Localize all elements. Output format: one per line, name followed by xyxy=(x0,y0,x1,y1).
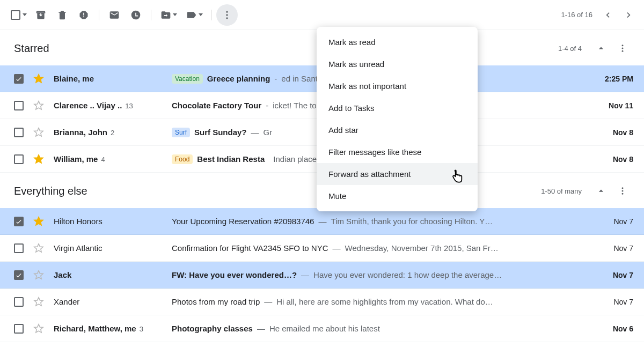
sender: Clarence .. Vijay ..13 xyxy=(54,101,172,110)
row-checkbox[interactable] xyxy=(14,297,24,307)
star-icon[interactable] xyxy=(33,323,44,334)
section-count: 1-4 of 4 xyxy=(558,45,582,53)
divider xyxy=(99,10,99,20)
row-checkbox[interactable] xyxy=(14,74,24,84)
subject-line: Confirmation for Flight VA2345 SFO to NY… xyxy=(172,243,590,253)
row-checkbox[interactable] xyxy=(14,243,24,253)
page-info: 1-16 of 16 xyxy=(561,11,592,19)
caret-down-icon xyxy=(173,13,177,16)
collapse-button[interactable] xyxy=(590,180,612,202)
svg-point-8 xyxy=(622,193,624,195)
svg-point-7 xyxy=(622,190,624,192)
date: Nov 7 xyxy=(590,244,633,253)
section-more-button[interactable] xyxy=(612,180,633,202)
divider xyxy=(211,10,212,20)
subject-line: Your Upcoming Reservation #20983746 — Ti… xyxy=(172,217,590,226)
sender: Brianna, John2 xyxy=(54,128,172,137)
mail-row[interactable]: Hilton Honors Your Upcoming Reservation … xyxy=(0,208,644,235)
menu-item[interactable]: Mute xyxy=(317,185,478,207)
menu-item[interactable]: Add to Tasks xyxy=(317,97,478,119)
sender: Virgin Atlantic xyxy=(54,243,172,253)
svg-point-3 xyxy=(622,45,624,46)
delete-button[interactable] xyxy=(52,4,73,26)
section-count: 1-50 of many xyxy=(541,187,582,195)
sender: Xander xyxy=(54,297,172,306)
star-icon[interactable] xyxy=(33,73,44,84)
menu-item[interactable]: Add star xyxy=(317,119,478,141)
star-icon[interactable] xyxy=(33,243,44,254)
snooze-button[interactable] xyxy=(125,4,147,26)
svg-point-1 xyxy=(226,14,228,16)
date: Nov 6 xyxy=(590,324,633,333)
svg-point-4 xyxy=(622,48,624,49)
labels-button[interactable] xyxy=(181,4,207,26)
star-icon[interactable] xyxy=(33,270,44,280)
star-icon[interactable] xyxy=(33,127,44,138)
mail-row[interactable]: Xander Photos from my road trip — Hi all… xyxy=(0,289,644,315)
svg-point-0 xyxy=(226,11,228,12)
sender: Hilton Honors xyxy=(54,217,172,226)
date: Nov 11 xyxy=(590,101,633,110)
row-checkbox[interactable] xyxy=(14,324,24,334)
caret-down-icon xyxy=(199,13,203,16)
date: Nov 8 xyxy=(590,128,633,137)
date: Nov 8 xyxy=(590,155,633,164)
subject-line: FW: Have you ever wondered…? — Have you … xyxy=(172,270,590,279)
select-all-checkbox[interactable] xyxy=(11,10,27,20)
mail-row[interactable]: Jack FW: Have you ever wondered…? — Have… xyxy=(0,262,644,289)
menu-item[interactable]: Mark as read xyxy=(317,31,478,53)
sender: Richard, Matthew, me3 xyxy=(54,324,172,333)
archive-button[interactable] xyxy=(30,4,52,26)
svg-point-6 xyxy=(622,187,624,189)
date: Nov 7 xyxy=(590,217,633,226)
row-checkbox[interactable] xyxy=(14,101,24,110)
date: Nov 7 xyxy=(590,271,633,279)
svg-point-2 xyxy=(226,17,228,19)
next-page-button[interactable] xyxy=(618,4,640,26)
label-chip[interactable]: Surf xyxy=(172,128,190,137)
row-checkbox[interactable] xyxy=(14,154,24,164)
date: 2:25 PM xyxy=(590,75,633,83)
label-chip[interactable]: Vacation xyxy=(172,74,203,84)
menu-item[interactable]: Mark as unread xyxy=(317,53,478,75)
divider xyxy=(151,10,151,20)
star-icon[interactable] xyxy=(33,216,44,227)
mail-row[interactable]: Richard, Matthew, me3 Photography classe… xyxy=(0,315,644,342)
star-icon[interactable] xyxy=(33,297,44,307)
toolbar: 1-16 of 16 xyxy=(0,0,644,30)
move-to-button[interactable] xyxy=(156,4,181,26)
more-button[interactable] xyxy=(216,4,238,26)
section-more-button[interactable] xyxy=(612,38,633,59)
mark-unread-button[interactable] xyxy=(104,4,125,26)
menu-item[interactable]: Mark as not important xyxy=(317,75,478,97)
svg-point-5 xyxy=(622,50,624,52)
report-spam-button[interactable] xyxy=(73,4,94,26)
star-icon[interactable] xyxy=(33,154,44,165)
caret-down-icon xyxy=(23,13,27,16)
star-icon[interactable] xyxy=(33,100,44,111)
cursor-pointer-icon xyxy=(449,169,464,184)
subject-line: Photography classes — He emailed me abou… xyxy=(172,324,590,333)
date: Nov 7 xyxy=(590,298,633,306)
prev-page-button[interactable] xyxy=(597,4,618,26)
subject-line: Photos from my road trip — Hi all, here … xyxy=(172,297,590,306)
row-checkbox[interactable] xyxy=(14,217,24,226)
label-chip[interactable]: Food xyxy=(172,154,193,164)
row-checkbox[interactable] xyxy=(14,128,24,137)
sender: Blaine, me xyxy=(54,74,172,83)
mail-row[interactable]: Virgin Atlantic Confirmation for Flight … xyxy=(0,235,644,262)
collapse-button[interactable] xyxy=(590,38,612,59)
sender: William, me4 xyxy=(54,154,172,164)
row-checkbox[interactable] xyxy=(14,270,24,280)
sender: Jack xyxy=(54,270,172,279)
menu-item[interactable]: Filter messages like these xyxy=(317,141,478,163)
